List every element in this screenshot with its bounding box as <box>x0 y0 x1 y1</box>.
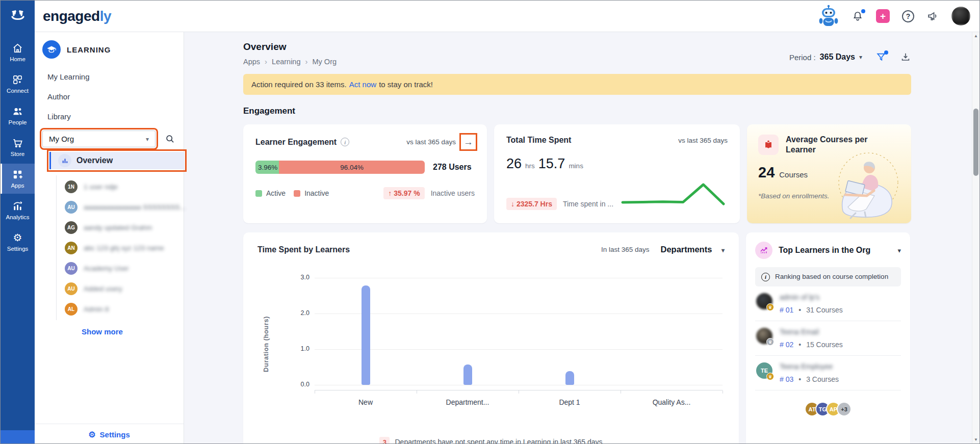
chart-bar[interactable] <box>565 371 574 385</box>
delta-label: Inactive users <box>431 189 475 197</box>
scrollbar-thumb[interactable] <box>973 109 978 176</box>
rail-item-settings[interactable]: ⚙ Settings <box>1 227 35 257</box>
avatar: AG <box>65 221 78 234</box>
breadcrumb-my-org[interactable]: My Org <box>313 58 337 66</box>
chevron-right-icon: › <box>265 57 267 66</box>
user-name: abc 123 ghj xyz 123 name <box>84 244 164 252</box>
scroll-up-icon[interactable]: ▲ <box>972 34 979 38</box>
vertical-scrollbar[interactable]: ▲ ▼ <box>972 32 979 443</box>
chevron-down-icon: ▾ <box>146 136 149 143</box>
legend-swatch-active <box>255 190 262 197</box>
bar-chart-icon <box>58 154 71 167</box>
sidebar-user[interactable]: AU Added usery <box>65 278 184 299</box>
help-icon[interactable]: ? <box>902 10 914 22</box>
compare-label: vs last 365 days <box>406 138 456 146</box>
trending-chart-icon <box>755 242 772 259</box>
gridline <box>315 314 723 314</box>
rail-item-people[interactable]: People <box>1 100 35 130</box>
top-learner-row[interactable]: TE ♛ Teena Employee # 03 • 3 Courses <box>755 356 901 390</box>
crown-badge-icon: ♛ <box>766 338 774 346</box>
chart-bar[interactable] <box>362 285 370 385</box>
org-user-list: 1N 1 user ndje AU aaaaaaaaaaaaaaa SSSSSS… <box>56 175 184 320</box>
y-tick-label: 2.0 <box>292 309 310 317</box>
sidebar-item-author[interactable]: Author <box>35 87 184 107</box>
filter-funnel-icon[interactable] <box>875 51 887 63</box>
avatar: AN <box>65 242 78 254</box>
breadcrumb-learning[interactable]: Learning <box>272 58 300 66</box>
time-delta-badge: ↓ 2325.7 Hrs <box>506 198 557 210</box>
show-more-link[interactable]: Show more <box>82 327 184 336</box>
info-icon[interactable]: i <box>341 138 349 146</box>
top-learner-row[interactable]: ♛ Teena Email # 02 • 15 Courses <box>755 321 901 356</box>
period-selector[interactable]: Period : 365 Days ▾ <box>789 53 862 62</box>
gridline <box>315 278 723 278</box>
sidebar-user[interactable]: AU aaaaaaaaaaaaaaa SSSSSSSS... <box>65 197 184 217</box>
main-content: Overview Apps › Learning › My Org Period… <box>184 32 972 444</box>
sidebar-item-library[interactable]: Library <box>35 107 184 126</box>
rail-item-apps[interactable]: Apps <box>1 164 35 194</box>
avatar: AU <box>65 282 78 295</box>
chart-range-label: In last 365 days <box>601 246 650 253</box>
learner-name: admin of lp's <box>780 293 843 301</box>
download-icon[interactable] <box>900 51 911 63</box>
learning-sidebar: LEARNING My Learning Author Library My O… <box>35 32 184 444</box>
engagedly-mark-icon[interactable] <box>1 1 35 32</box>
notifications-bell-icon[interactable] <box>852 10 864 22</box>
x-tick-label: Department... <box>422 398 513 406</box>
x-tick-label: Dept 1 <box>524 398 615 406</box>
x-tick-label: Quality As... <box>626 398 717 406</box>
engagement-heading: Engagement <box>243 106 911 116</box>
inactive-segment: 96.04% <box>279 161 425 174</box>
learning-module-icon <box>42 40 61 59</box>
announcements-megaphone-icon[interactable] <box>926 10 939 22</box>
sidebar-item-overview[interactable]: Overview <box>49 152 184 169</box>
legend-active-label: Active <box>266 189 286 197</box>
chart-bar[interactable] <box>463 364 472 385</box>
act-now-link[interactable]: Act now <box>349 80 376 89</box>
learner-rank[interactable]: # 02 <box>780 341 793 349</box>
avatar: AU <box>65 201 78 214</box>
more-learners-avatars[interactable]: AT TG AP +3 <box>755 402 901 416</box>
period-label: Period : <box>789 53 816 62</box>
sidebar-user[interactable]: AG aandy updated Grahm <box>65 217 184 238</box>
rail-item-analytics[interactable]: Analytics <box>1 195 35 225</box>
learner-courses: 3 Courses <box>806 375 839 383</box>
x-tick-label: New <box>320 398 411 406</box>
rail-item-connect[interactable]: Connect <box>1 69 35 99</box>
crown-badge-icon: ♛ <box>766 373 774 380</box>
assistant-mascot-icon[interactable] <box>818 5 839 28</box>
learner-courses: 15 Courses <box>806 341 843 349</box>
total-time-spent-card: Total Time Spent vs last 365 days 26 hrs… <box>494 124 740 223</box>
action-required-banner: Action required on 33 items. Act now to … <box>243 74 911 95</box>
user-avatar[interactable] <box>951 7 970 25</box>
learner-rank[interactable]: # 03 <box>780 375 793 383</box>
quick-add-button[interactable]: + <box>876 9 890 23</box>
card-detail-arrow-button[interactable]: → <box>462 136 475 148</box>
cart-icon <box>12 137 24 149</box>
rail-item-home[interactable]: Home <box>1 37 35 67</box>
learner-name: Teena Email <box>780 328 843 336</box>
users-count: 278 Users <box>433 163 472 172</box>
chevron-down-icon[interactable]: ▾ <box>897 247 901 254</box>
learner-engagement-card: Learner Engagement i vs last 365 days → … <box>243 124 487 223</box>
learner-rank[interactable]: # 01 <box>780 306 793 314</box>
sidebar-user[interactable]: 1N 1 user ndje <box>65 176 184 197</box>
sidebar-user[interactable]: AN abc 123 ghj xyz 123 name <box>65 238 184 258</box>
sidebar-user[interactable]: AL Admin 8 <box>65 299 184 319</box>
rail-item-store[interactable]: Store <box>1 132 35 162</box>
rail-item-label: Home <box>10 56 25 62</box>
sidebar-user[interactable]: AU Academy User <box>65 258 184 278</box>
top-learner-row[interactable]: ♛ admin of lp's # 01 • 31 Courses <box>755 286 901 321</box>
breadcrumb: Apps › Learning › My Org <box>243 57 337 66</box>
org-dropdown[interactable]: My Org ▾ <box>42 130 156 147</box>
sidebar-settings-link[interactable]: ⚙ Settings <box>35 424 184 444</box>
sidebar-item-my-learning[interactable]: My Learning <box>35 67 184 87</box>
group-by-dropdown[interactable]: Departments ▾ <box>661 245 725 254</box>
engagedly-logo[interactable]: engagedly <box>43 8 111 24</box>
time-delta-label: Time spent in ... <box>563 200 613 208</box>
user-name: Admin 8 <box>84 305 109 313</box>
scroll-down-icon[interactable]: ▼ <box>972 437 979 442</box>
breadcrumb-apps[interactable]: Apps <box>243 58 260 66</box>
search-icon[interactable] <box>165 134 175 144</box>
axis-tick <box>417 390 417 394</box>
